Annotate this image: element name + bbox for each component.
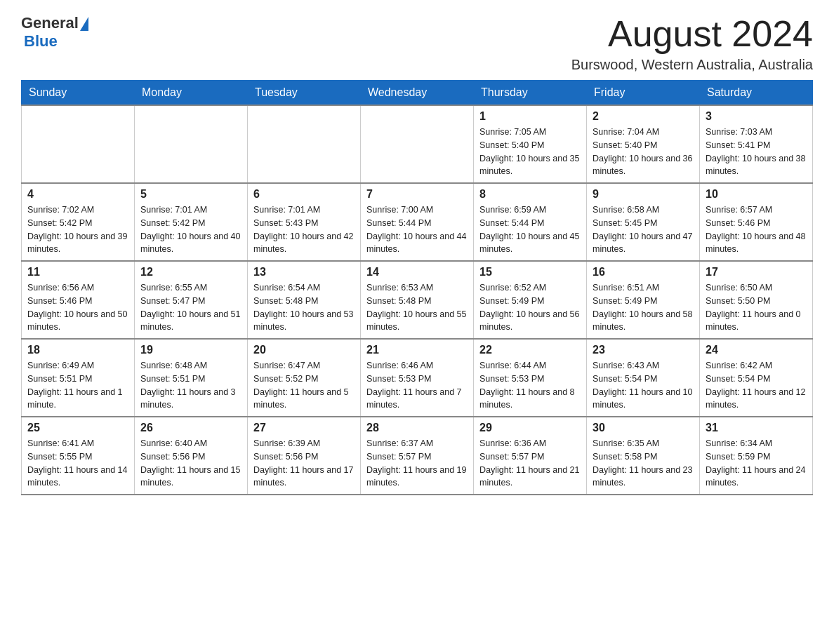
day-number: 8 xyxy=(479,188,581,201)
day-number: 26 xyxy=(140,422,241,434)
day-number: 13 xyxy=(253,266,355,279)
day-info: Sunrise: 6:47 AM Sunset: 5:52 PM Dayligh… xyxy=(253,359,355,412)
title-section: August 2024 Burswood, Western Australia,… xyxy=(571,14,813,73)
calendar-cell: 10Sunrise: 6:57 AM Sunset: 5:46 PM Dayli… xyxy=(700,183,813,261)
calendar-week-4: 18Sunrise: 6:49 AM Sunset: 5:51 PM Dayli… xyxy=(22,339,813,417)
calendar-cell xyxy=(22,105,135,183)
calendar-cell: 3Sunrise: 7:03 AM Sunset: 5:41 PM Daylig… xyxy=(700,105,813,183)
day-number: 16 xyxy=(593,266,694,279)
day-number: 18 xyxy=(27,344,128,356)
day-number: 5 xyxy=(140,188,241,201)
calendar-week-3: 11Sunrise: 6:56 AM Sunset: 5:46 PM Dayli… xyxy=(22,261,813,339)
calendar-cell: 31Sunrise: 6:34 AM Sunset: 5:59 PM Dayli… xyxy=(700,417,813,495)
logo-blue-text: Blue xyxy=(24,32,58,51)
day-number: 30 xyxy=(593,422,694,434)
day-info: Sunrise: 6:43 AM Sunset: 5:54 PM Dayligh… xyxy=(593,359,694,412)
day-info: Sunrise: 6:59 AM Sunset: 5:44 PM Dayligh… xyxy=(479,203,581,256)
day-info: Sunrise: 6:54 AM Sunset: 5:48 PM Dayligh… xyxy=(253,281,355,334)
calendar-cell: 29Sunrise: 6:36 AM Sunset: 5:57 PM Dayli… xyxy=(474,417,587,495)
day-info: Sunrise: 6:37 AM Sunset: 5:57 PM Dayligh… xyxy=(366,437,468,490)
day-info: Sunrise: 7:03 AM Sunset: 5:41 PM Dayligh… xyxy=(706,126,807,178)
calendar-cell: 25Sunrise: 6:41 AM Sunset: 5:55 PM Dayli… xyxy=(22,417,135,495)
day-number: 31 xyxy=(706,422,807,434)
calendar-cell: 26Sunrise: 6:40 AM Sunset: 5:56 PM Dayli… xyxy=(135,417,248,495)
logo-triangle-icon xyxy=(80,17,88,31)
weekday-header-friday: Friday xyxy=(587,81,700,106)
day-number: 17 xyxy=(706,266,807,279)
day-info: Sunrise: 6:55 AM Sunset: 5:47 PM Dayligh… xyxy=(140,281,241,334)
day-info: Sunrise: 6:53 AM Sunset: 5:48 PM Dayligh… xyxy=(366,281,468,334)
day-info: Sunrise: 6:35 AM Sunset: 5:58 PM Dayligh… xyxy=(593,437,694,490)
calendar-cell xyxy=(135,105,248,183)
calendar-cell: 30Sunrise: 6:35 AM Sunset: 5:58 PM Dayli… xyxy=(587,417,700,495)
calendar-cell: 19Sunrise: 6:48 AM Sunset: 5:51 PM Dayli… xyxy=(135,339,248,417)
day-number: 25 xyxy=(27,422,128,434)
day-info: Sunrise: 6:46 AM Sunset: 5:53 PM Dayligh… xyxy=(366,359,468,412)
weekday-header-thursday: Thursday xyxy=(474,81,587,106)
day-info: Sunrise: 6:44 AM Sunset: 5:53 PM Dayligh… xyxy=(479,359,581,412)
day-number: 4 xyxy=(27,188,128,201)
day-number: 28 xyxy=(366,422,468,434)
day-info: Sunrise: 6:56 AM Sunset: 5:46 PM Dayligh… xyxy=(27,281,128,334)
calendar-cell: 6Sunrise: 7:01 AM Sunset: 5:43 PM Daylig… xyxy=(248,183,361,261)
location-label: Burswood, Western Australia, Australia xyxy=(571,57,813,73)
day-info: Sunrise: 6:51 AM Sunset: 5:49 PM Dayligh… xyxy=(593,281,694,334)
day-number: 27 xyxy=(253,422,355,434)
day-info: Sunrise: 7:01 AM Sunset: 5:42 PM Dayligh… xyxy=(140,203,241,256)
day-number: 22 xyxy=(479,344,581,356)
logo-general-text: General xyxy=(21,14,79,32)
weekday-header-tuesday: Tuesday xyxy=(248,81,361,106)
day-info: Sunrise: 6:57 AM Sunset: 5:46 PM Dayligh… xyxy=(706,203,807,256)
calendar-cell xyxy=(248,105,361,183)
calendar-cell: 22Sunrise: 6:44 AM Sunset: 5:53 PM Dayli… xyxy=(474,339,587,417)
day-number: 19 xyxy=(140,344,241,356)
calendar-header-row: SundayMondayTuesdayWednesdayThursdayFrid… xyxy=(22,81,813,106)
calendar-cell: 12Sunrise: 6:55 AM Sunset: 5:47 PM Dayli… xyxy=(135,261,248,339)
calendar-cell xyxy=(361,105,474,183)
calendar-cell: 18Sunrise: 6:49 AM Sunset: 5:51 PM Dayli… xyxy=(22,339,135,417)
day-info: Sunrise: 6:42 AM Sunset: 5:54 PM Dayligh… xyxy=(706,359,807,412)
calendar-cell: 8Sunrise: 6:59 AM Sunset: 5:44 PM Daylig… xyxy=(474,183,587,261)
calendar-cell: 27Sunrise: 6:39 AM Sunset: 5:56 PM Dayli… xyxy=(248,417,361,495)
calendar-cell: 16Sunrise: 6:51 AM Sunset: 5:49 PM Dayli… xyxy=(587,261,700,339)
calendar-week-2: 4Sunrise: 7:02 AM Sunset: 5:42 PM Daylig… xyxy=(22,183,813,261)
weekday-header-sunday: Sunday xyxy=(22,81,135,106)
calendar-cell: 11Sunrise: 6:56 AM Sunset: 5:46 PM Dayli… xyxy=(22,261,135,339)
day-number: 12 xyxy=(140,266,241,279)
day-info: Sunrise: 6:41 AM Sunset: 5:55 PM Dayligh… xyxy=(27,437,128,490)
day-number: 11 xyxy=(27,266,128,279)
day-info: Sunrise: 6:48 AM Sunset: 5:51 PM Dayligh… xyxy=(140,359,241,412)
calendar-cell: 17Sunrise: 6:50 AM Sunset: 5:50 PM Dayli… xyxy=(700,261,813,339)
calendar-table: SundayMondayTuesdayWednesdayThursdayFrid… xyxy=(21,80,813,495)
day-info: Sunrise: 6:58 AM Sunset: 5:45 PM Dayligh… xyxy=(593,203,694,256)
calendar-cell: 20Sunrise: 6:47 AM Sunset: 5:52 PM Dayli… xyxy=(248,339,361,417)
day-number: 21 xyxy=(366,344,468,356)
day-number: 10 xyxy=(706,188,807,201)
day-info: Sunrise: 6:49 AM Sunset: 5:51 PM Dayligh… xyxy=(27,359,128,412)
day-number: 3 xyxy=(706,110,807,123)
calendar-cell: 2Sunrise: 7:04 AM Sunset: 5:40 PM Daylig… xyxy=(587,105,700,183)
calendar-cell: 24Sunrise: 6:42 AM Sunset: 5:54 PM Dayli… xyxy=(700,339,813,417)
calendar-week-5: 25Sunrise: 6:41 AM Sunset: 5:55 PM Dayli… xyxy=(22,417,813,495)
calendar-cell: 15Sunrise: 6:52 AM Sunset: 5:49 PM Dayli… xyxy=(474,261,587,339)
day-info: Sunrise: 7:05 AM Sunset: 5:40 PM Dayligh… xyxy=(479,126,581,178)
calendar-cell: 4Sunrise: 7:02 AM Sunset: 5:42 PM Daylig… xyxy=(22,183,135,261)
calendar-cell: 14Sunrise: 6:53 AM Sunset: 5:48 PM Dayli… xyxy=(361,261,474,339)
month-title: August 2024 xyxy=(571,14,813,54)
day-number: 6 xyxy=(253,188,355,201)
day-number: 24 xyxy=(706,344,807,356)
day-info: Sunrise: 7:02 AM Sunset: 5:42 PM Dayligh… xyxy=(27,203,128,256)
day-number: 29 xyxy=(479,422,581,434)
day-number: 23 xyxy=(593,344,694,356)
day-number: 15 xyxy=(479,266,581,279)
day-number: 2 xyxy=(593,110,694,123)
day-number: 20 xyxy=(253,344,355,356)
day-number: 7 xyxy=(366,188,468,201)
weekday-header-monday: Monday xyxy=(135,81,248,106)
day-info: Sunrise: 7:00 AM Sunset: 5:44 PM Dayligh… xyxy=(366,203,468,256)
calendar-cell: 21Sunrise: 6:46 AM Sunset: 5:53 PM Dayli… xyxy=(361,339,474,417)
weekday-header-wednesday: Wednesday xyxy=(361,81,474,106)
calendar-cell: 23Sunrise: 6:43 AM Sunset: 5:54 PM Dayli… xyxy=(587,339,700,417)
day-info: Sunrise: 6:40 AM Sunset: 5:56 PM Dayligh… xyxy=(140,437,241,490)
calendar-cell: 7Sunrise: 7:00 AM Sunset: 5:44 PM Daylig… xyxy=(361,183,474,261)
